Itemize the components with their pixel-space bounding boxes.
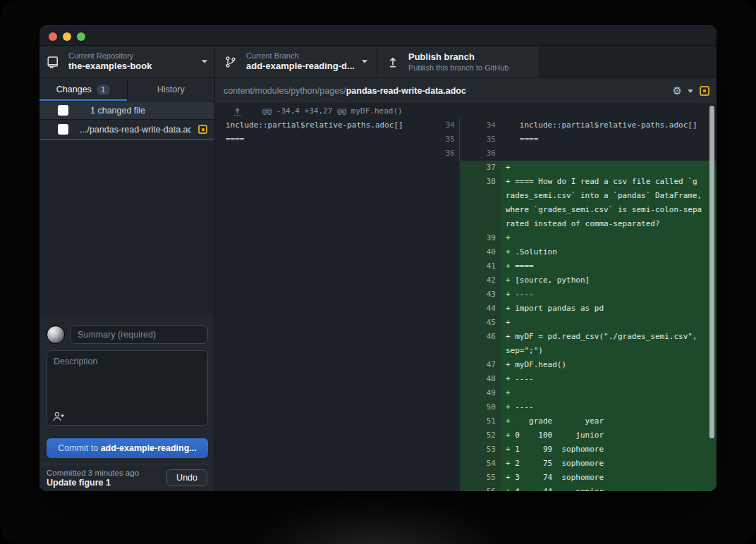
- expand-hunk-icon[interactable]: [233, 107, 242, 116]
- branch-label: Current Branch: [246, 51, 356, 61]
- diff-old-content: [215, 316, 444, 330]
- commit-button[interactable]: Commit to add-example-reading...: [47, 438, 208, 458]
- diff-new-line-number: 53: [460, 443, 501, 457]
- chevron-down-icon: [202, 60, 207, 63]
- file-path-directory: content/modules/python/pages/: [224, 86, 346, 96]
- current-repository-dropdown[interactable]: Current Repository the-examples-book: [39, 46, 215, 78]
- diff-old-content: [215, 231, 444, 245]
- diff-new-content: + import pandas as pd: [501, 302, 717, 316]
- diff-new-line-number: 49: [460, 386, 501, 400]
- file-checkbox[interactable]: [58, 124, 68, 135]
- diff-old-line-number: [444, 358, 460, 372]
- diff-new-line-number: 50: [460, 400, 501, 414]
- diff-old-content: [215, 147, 444, 161]
- chevron-down-icon: [688, 89, 693, 93]
- diff-old-content: [215, 372, 444, 386]
- undo-button[interactable]: Undo: [166, 469, 207, 486]
- diff-old-line-number: [444, 471, 460, 485]
- tab-history[interactable]: History: [127, 78, 215, 101]
- github-desktop-window: Current Repository the-examples-book Cur…: [39, 25, 717, 491]
- diff-new-line-number: 48: [460, 372, 501, 386]
- diff-new-content: sep=";"): [501, 344, 717, 358]
- diff-row: rated instead of comma-separated?: [215, 217, 717, 231]
- tab-changes[interactable]: Changes 1: [39, 78, 127, 101]
- diff-old-line-number: 35: [444, 132, 460, 147]
- diff-old-content: [215, 414, 444, 428]
- diff-new-content: + grade year: [501, 414, 717, 428]
- zoom-button[interactable]: [77, 32, 85, 41]
- diff-new-content: include::partial$relative-paths.adoc[]: [501, 118, 717, 132]
- diff-old-line-number: [444, 189, 460, 203]
- diff-new-line-number: 37: [460, 161, 501, 175]
- diff-old-line-number: [444, 386, 460, 400]
- committed-timestamp: Committed 3 minutes ago: [47, 468, 166, 478]
- diff-old-content: [215, 485, 444, 491]
- diff-new-content: +: [501, 231, 717, 245]
- diff-new-line-number: 51: [460, 414, 501, 428]
- file-list-empty-area: [39, 140, 214, 318]
- diff-new-content: rated instead of comma-separated?: [501, 217, 717, 231]
- sidebar: Changes 1 History 1 changed file .../pan…: [39, 78, 215, 491]
- close-button[interactable]: [49, 32, 57, 41]
- diff-old-content: [215, 443, 444, 457]
- file-row[interactable]: .../pandas-read-write-data.adoc: [39, 120, 214, 140]
- repo-icon: [47, 56, 59, 68]
- diff-row: 40 + .Solution: [215, 245, 717, 259]
- tab-changes-label: Changes: [56, 85, 92, 94]
- diff-panel: content/modules/python/pages/pandas-read…: [215, 78, 717, 491]
- diff-new-content: + ==== How do I read a csv file called `…: [501, 175, 717, 189]
- diff-old-line-number: [444, 316, 460, 330]
- diff-new-content: where `grades_semi.csv` is semi-colon-se…: [501, 203, 717, 217]
- diff-old-content: [215, 259, 444, 273]
- changes-count-badge: 1: [97, 85, 110, 95]
- diff-new-line-number: 54: [460, 457, 501, 471]
- diff-new-line-number: 35: [460, 132, 501, 147]
- diff-options-button[interactable]: ⚙: [673, 86, 693, 97]
- diff-row: where `grades_semi.csv` is semi-colon-se…: [215, 203, 717, 217]
- diff-old-line-number: [444, 372, 460, 386]
- description-input[interactable]: [47, 350, 208, 426]
- diff-row: 43 + ----: [215, 288, 717, 302]
- avatar: [47, 326, 65, 344]
- publish-branch-button[interactable]: Publish branch Publish this branch to Gi…: [377, 46, 539, 78]
- diff-new-line-number: 40: [460, 245, 501, 259]
- toolbar-spacer: [539, 46, 717, 78]
- toolbar: Current Repository the-examples-book Cur…: [39, 46, 717, 78]
- changed-files-count: 1 changed file: [90, 106, 145, 116]
- select-all-checkbox[interactable]: [58, 105, 68, 116]
- diff-new-content: +: [501, 161, 717, 175]
- hunk-header-text: @@ -34,4 +34,27 @@ myDF.head(): [262, 104, 403, 118]
- minimize-button[interactable]: [63, 32, 71, 41]
- diff-row: 46 + myDF = pd.read_csv("./grades_semi.c…: [215, 330, 717, 344]
- diff-row: 38 + ==== How do I read a csv file calle…: [215, 175, 717, 189]
- diff-row: 41 + ====: [215, 259, 717, 273]
- diff-row: 51 + grade year: [215, 414, 717, 428]
- publish-title: Publish branch: [408, 51, 530, 63]
- summary-input[interactable]: [71, 325, 208, 344]
- diff-row: 55 + 3 74 sophomore: [215, 471, 717, 485]
- diff-row: 39 +: [215, 231, 717, 245]
- diff-old-line-number: [444, 443, 460, 457]
- diff-old-content: [215, 330, 444, 344]
- diff-row: 47 + myDF.head(): [215, 358, 717, 372]
- diff-old-line-number: [444, 217, 460, 231]
- current-branch-dropdown[interactable]: Current Branch add-example-reading-d...: [215, 46, 377, 78]
- diff-new-content: + ====: [501, 259, 717, 273]
- diff-old-line-number: [444, 161, 460, 175]
- diff-row: rades_semi.csv` into a `pandas` DataFram…: [215, 189, 717, 203]
- diff-new-content: + ----: [501, 400, 717, 414]
- tab-history-label: History: [157, 85, 185, 94]
- diff-new-line-number: 43: [460, 288, 501, 302]
- publish-icon: [386, 56, 399, 68]
- diff-scrollbar[interactable]: [709, 106, 714, 438]
- diff-old-content: [215, 161, 444, 175]
- diff-row: ==== 35 35 ====: [215, 132, 717, 147]
- file-modified-icon: [198, 125, 207, 134]
- branch-icon: [224, 56, 237, 68]
- diff-rows: include::partial$relative-paths.adoc[] 3…: [215, 118, 717, 491]
- add-coauthor-icon[interactable]: [52, 411, 65, 422]
- diff-old-line-number: [444, 245, 460, 259]
- diff-new-content: + 0 100 junior: [501, 428, 717, 443]
- repository-name: the-examples-book: [68, 61, 196, 72]
- diff-new-line-number: 42: [460, 273, 501, 288]
